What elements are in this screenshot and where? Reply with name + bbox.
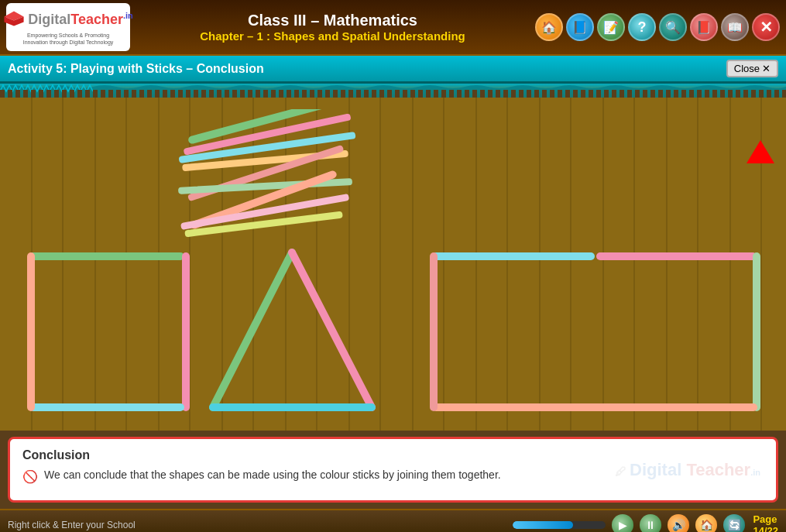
activity-bar: Activity 5: Playing with Sticks – Conclu…: [0, 56, 786, 84]
toolbar-btn-library[interactable]: 📖: [721, 13, 749, 41]
logo-area: DigitalTeacher.in Empowering Schools & P…: [6, 3, 130, 51]
svg-rect-11: [29, 252, 184, 260]
svg-rect-22: [430, 252, 438, 411]
conclusion-title: Conclusion: [22, 448, 764, 462]
footer-controls: ▶ ⏸ 🔊 🏠 🔄: [513, 514, 745, 532]
activity-title-prefix: Activity 5: Playing with Sticks –: [8, 62, 197, 75]
activity-title: Activity 5: Playing with Sticks – Conclu…: [8, 62, 264, 76]
page-number: 14/22: [753, 525, 778, 532]
svg-line-15: [213, 252, 292, 407]
close-x-icon: ✕: [762, 63, 771, 74]
deco-svg: [0, 84, 786, 98]
toolbar-btn-notes[interactable]: 📝: [597, 13, 625, 41]
svg-rect-19: [596, 252, 757, 260]
svg-rect-21: [432, 403, 757, 411]
right-rectangle: [426, 249, 763, 415]
title-sub: Chapter – 1 : Shapes and Spatial Underst…: [138, 29, 527, 43]
main-content: [0, 98, 786, 431]
home-button[interactable]: 🏠: [695, 514, 717, 532]
logo-teacher: Teacher: [70, 12, 123, 27]
deco-border: [0, 84, 786, 98]
triangle-shape: [205, 249, 379, 415]
close-button[interactable]: Close ✕: [726, 60, 778, 77]
nav-arrow[interactable]: [747, 140, 774, 163]
activity-title-highlight: Conclusion: [197, 62, 264, 75]
logo-subtitle: Empowering Schools & Promoting Innovatio…: [23, 32, 114, 46]
svg-line-16: [292, 252, 372, 407]
progress-bar-fill: [513, 521, 573, 529]
bottom-panel: Conclusion 🚫 We can conclude that the sh…: [8, 437, 778, 503]
conclusion-text: 🚫 We can conclude that the shapes can be…: [22, 469, 764, 484]
svg-rect-20: [753, 252, 760, 411]
toolbar-btn-book2[interactable]: 📕: [690, 13, 718, 41]
page-info: Page 14/22: [753, 513, 778, 532]
footer: Right click & Enter your School ▶ ⏸ 🔊 🏠 …: [0, 509, 786, 532]
logo-text: DigitalTeacher.in: [28, 11, 133, 28]
page-label: Page: [753, 513, 777, 525]
logo-icon: [3, 9, 25, 30]
play-button[interactable]: ▶: [612, 514, 633, 532]
logo-digital: Digital: [28, 12, 70, 27]
toolbar: 🏠 📘 📝 ? 🔍 📕 📖 ✕: [535, 13, 780, 41]
svg-rect-12: [182, 252, 190, 411]
title-main: Class III – Mathematics: [138, 12, 527, 29]
left-square: [23, 249, 190, 415]
toolbar-btn-close[interactable]: ✕: [752, 13, 780, 41]
pause-button[interactable]: ⏸: [640, 514, 661, 532]
refresh-button[interactable]: 🔄: [723, 514, 745, 532]
toolbar-btn-home[interactable]: 🏠: [535, 13, 563, 41]
footer-left-text: Right click & Enter your School: [8, 520, 513, 530]
logo-top: DigitalTeacher.in: [3, 9, 133, 30]
close-label: Close: [734, 63, 760, 74]
svg-rect-14: [27, 252, 35, 411]
conclusion-body: We can conclude that the shapes can be m…: [44, 469, 501, 481]
sound-button[interactable]: 🔊: [668, 514, 689, 532]
conclusion-icon: 🚫: [22, 469, 38, 484]
nav-arrow-up-icon[interactable]: [747, 140, 774, 163]
title-area: Class III – Mathematics Chapter – 1 : Sh…: [130, 12, 535, 43]
toolbar-btn-search[interactable]: 🔍: [659, 13, 687, 41]
svg-rect-13: [29, 403, 184, 411]
toolbar-btn-help[interactable]: ?: [628, 13, 656, 41]
svg-rect-18: [432, 252, 595, 260]
progress-bar[interactable]: [513, 521, 606, 529]
header: DigitalTeacher.in Empowering Schools & P…: [0, 0, 786, 56]
scattered-sticks: [139, 109, 403, 241]
toolbar-btn-book[interactable]: 📘: [566, 13, 594, 41]
